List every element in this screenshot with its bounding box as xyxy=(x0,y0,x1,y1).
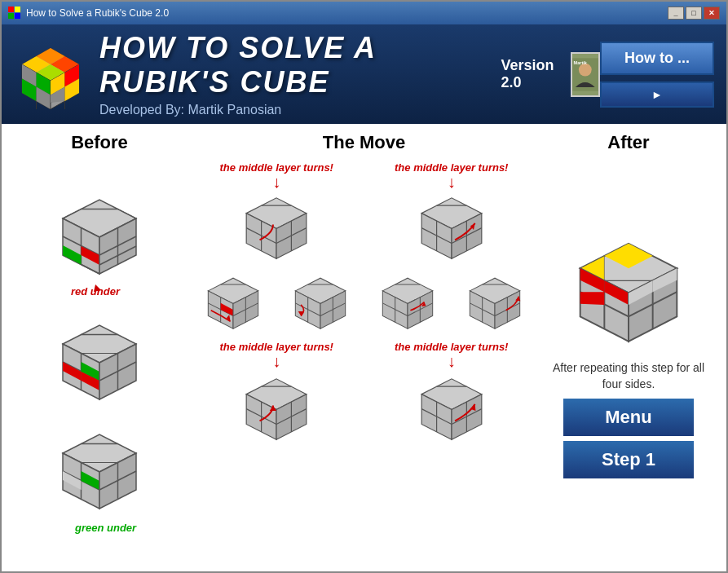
move-cube-1 xyxy=(236,190,317,263)
arrow-down-2: ↓ xyxy=(373,174,530,190)
svg-rect-2 xyxy=(8,13,14,19)
annotation-1: the middle layer turns! xyxy=(198,161,355,174)
after-cube xyxy=(563,231,694,349)
move-cube-4 xyxy=(287,271,354,333)
header-left: HOW TO SOLVE A RUBIK'S CUBE Developed By… xyxy=(14,31,501,117)
move-header: The Move xyxy=(181,132,547,153)
after-header: After xyxy=(547,132,710,153)
version-info: Version 2.0 Martik xyxy=(501,52,600,97)
howto-button[interactable]: How to ... xyxy=(600,42,714,75)
step1-button[interactable]: Step 1 xyxy=(563,441,694,478)
author-photo: Martik xyxy=(571,52,600,97)
annotation-3: the middle layer turns! xyxy=(198,341,355,353)
red-arrow-icon xyxy=(91,278,108,294)
main-content: Before The Move After xyxy=(2,124,726,571)
before-cube-3 xyxy=(51,425,148,514)
maximize-button[interactable]: □ xyxy=(686,7,702,20)
arrow-down-3: ↓ xyxy=(198,353,355,369)
main-title: HOW TO SOLVE A RUBIK'S CUBE xyxy=(99,31,501,99)
main-window: How to Solve a Rubik's Cube 2.0 _ □ ✕ xyxy=(0,0,728,573)
svg-text:Martik: Martik xyxy=(573,60,587,65)
version-text: Version 2.0 xyxy=(501,57,563,91)
menu-button[interactable]: Menu xyxy=(563,399,694,436)
minimize-button[interactable]: _ xyxy=(668,7,684,20)
header-text: HOW TO SOLVE A RUBIK'S CUBE Developed By… xyxy=(99,31,501,117)
subtitle: Developed By: Martik Panosian xyxy=(99,103,501,117)
header-buttons: How to ... ► xyxy=(600,42,714,108)
before-cube-2 xyxy=(51,315,148,405)
arrow-button[interactable]: ► xyxy=(600,82,714,108)
move-cube-6 xyxy=(461,271,528,333)
move-cube-7 xyxy=(236,371,317,444)
arrow-down-4: ↓ xyxy=(373,353,530,369)
arrow-down-1: ↓ xyxy=(198,174,355,190)
header: HOW TO SOLVE A RUBIK'S CUBE Developed By… xyxy=(2,24,726,124)
titlebar-controls: _ □ ✕ xyxy=(668,7,720,20)
after-repeat-text: After repeating this step for all four s… xyxy=(547,360,710,392)
content-area: red under xyxy=(18,157,710,563)
annotation-2: the middle layer turns! xyxy=(373,161,530,174)
annotation-4: the middle layer turns! xyxy=(373,341,530,353)
svg-rect-0 xyxy=(8,7,14,12)
titlebar: How to Solve a Rubik's Cube 2.0 _ □ ✕ xyxy=(2,2,726,24)
close-button[interactable]: ✕ xyxy=(704,7,720,20)
window-title: How to Solve a Rubik's Cube 2.0 xyxy=(26,7,169,19)
rubik-logo xyxy=(14,40,87,109)
green-under-label: green under xyxy=(75,522,136,534)
move-cube-5 xyxy=(374,271,441,333)
column-headers: Before The Move After xyxy=(18,132,710,153)
move-cube-2 xyxy=(411,190,492,263)
titlebar-left: How to Solve a Rubik's Cube 2.0 xyxy=(8,7,169,20)
app-icon xyxy=(8,7,21,20)
before-header: Before xyxy=(18,132,181,153)
move-cube-8 xyxy=(411,371,492,444)
svg-marker-152 xyxy=(580,292,605,305)
move-column: the middle layer turns! ↓ the middle lay… xyxy=(181,157,547,563)
before-cube-1 xyxy=(51,190,148,280)
before-column: red under xyxy=(18,157,181,563)
svg-rect-1 xyxy=(15,7,20,12)
move-cube-3 xyxy=(200,271,267,333)
after-column: After repeating this step for all four s… xyxy=(547,157,710,563)
svg-rect-3 xyxy=(15,13,20,19)
